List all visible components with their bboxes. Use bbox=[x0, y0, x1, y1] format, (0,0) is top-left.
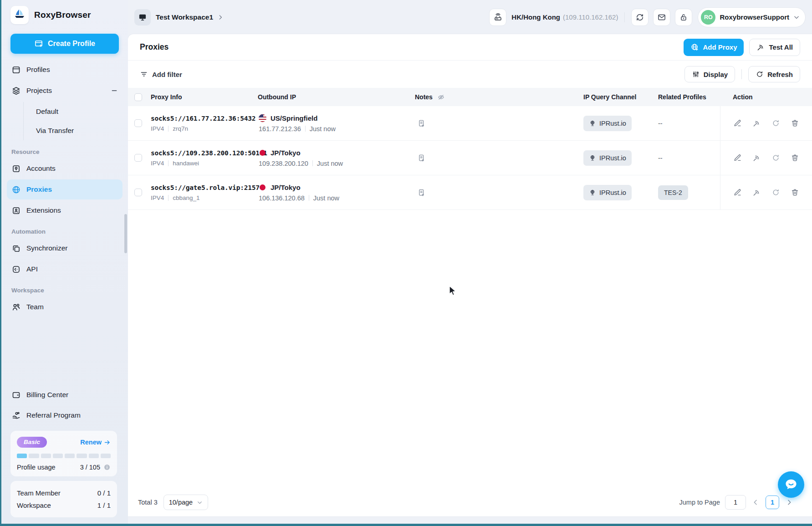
sidebar-item-label: Extensions bbox=[26, 206, 61, 214]
refresh-proxy-icon[interactable] bbox=[771, 188, 780, 197]
previous-page-button[interactable] bbox=[751, 498, 760, 507]
info-icon[interactable] bbox=[103, 464, 111, 471]
refresh-proxy-icon[interactable] bbox=[771, 119, 780, 128]
router-icon[interactable] bbox=[489, 9, 506, 26]
sidebar-item-projects[interactable]: Projects bbox=[7, 81, 123, 101]
sidebar-item-profiles[interactable]: Profiles bbox=[7, 60, 123, 80]
edit-icon[interactable] bbox=[733, 188, 742, 197]
group-label-workspace: Workspace bbox=[1, 287, 128, 294]
proxy-name: handawei bbox=[173, 160, 199, 167]
progress-segment bbox=[77, 454, 87, 458]
logo-row: RoxyBrowser bbox=[1, 0, 128, 24]
progress-segment bbox=[53, 454, 63, 458]
sidebar-item-referral-program[interactable]: Referral Program bbox=[7, 405, 123, 425]
refresh-button[interactable]: Refresh bbox=[748, 66, 800, 82]
ip-location: HK/Hong Kong bbox=[511, 13, 560, 21]
sidebar-item-via-transfer[interactable]: Via Transfer bbox=[24, 121, 128, 140]
group-label-resource: Resource bbox=[1, 148, 128, 155]
sidebar-item-accounts[interactable]: Accounts bbox=[7, 158, 123, 179]
create-profile-button[interactable]: Create Profile bbox=[10, 34, 119, 54]
row-checkbox[interactable] bbox=[134, 189, 142, 196]
proxy-address: socks5://161.77.212.36:5432 bbox=[151, 115, 258, 122]
next-page-button[interactable] bbox=[785, 498, 794, 507]
ip-query-channel-tag[interactable]: IPRust.io bbox=[583, 150, 632, 166]
ip-address: (109.110.162.162) bbox=[563, 13, 618, 21]
code-icon bbox=[11, 265, 21, 274]
page-1-button[interactable]: 1 bbox=[766, 495, 779, 509]
outbound-ip-value: 106.136.120.68 bbox=[259, 194, 305, 202]
sidebar-item-team[interactable]: Team bbox=[7, 297, 123, 317]
related-profile-value: -- bbox=[658, 154, 663, 162]
renew-link[interactable]: Renew bbox=[80, 439, 111, 446]
sidebar-item-api[interactable]: API bbox=[7, 259, 123, 279]
sidebar-scrollbar[interactable] bbox=[124, 214, 127, 253]
chat-support-button[interactable] bbox=[778, 471, 804, 498]
globe-icon bbox=[11, 185, 21, 194]
sidebar-item-synchronizer[interactable]: Synchronizer bbox=[7, 238, 123, 258]
user-name: RoxybrowserSupport bbox=[720, 13, 789, 21]
sidebar-item-default[interactable]: Default bbox=[24, 102, 128, 121]
last-checked-time: Just now bbox=[310, 125, 336, 133]
create-profile-label: Create Profile bbox=[48, 40, 95, 48]
ip-query-channel-tag[interactable]: IPRust.io bbox=[583, 185, 632, 200]
add-note-icon[interactable] bbox=[417, 119, 583, 128]
eye-off-icon[interactable] bbox=[437, 93, 445, 101]
refresh-label: Refresh bbox=[767, 71, 793, 78]
delete-icon[interactable] bbox=[791, 188, 799, 197]
row-checkbox[interactable] bbox=[134, 154, 142, 162]
add-proxy-button[interactable]: Add Proxy bbox=[684, 39, 744, 56]
sliders-icon bbox=[692, 70, 700, 78]
collapse-minus-icon[interactable] bbox=[111, 87, 118, 94]
add-note-icon[interactable] bbox=[417, 153, 583, 163]
chevron-right-icon bbox=[217, 14, 224, 20]
plan-badge: Basic bbox=[17, 437, 47, 448]
outbound-ip-value: 109.238.200.120 bbox=[259, 160, 308, 167]
topbar: Test Workspace1 HK/Hong Kong (109.110.16… bbox=[128, 0, 812, 34]
row-checkbox[interactable] bbox=[134, 119, 142, 127]
test-proxy-icon[interactable] bbox=[752, 153, 761, 162]
delete-icon[interactable] bbox=[791, 153, 799, 162]
edit-icon[interactable] bbox=[733, 119, 742, 128]
progress-segment bbox=[89, 454, 99, 458]
related-profile-value: TES-2 bbox=[658, 185, 688, 200]
column-header-action: Action bbox=[720, 93, 812, 101]
channel-name: IPRust.io bbox=[599, 120, 626, 127]
projects-subnav: Default Via Transfer bbox=[23, 102, 128, 140]
column-header-proxy-info: Proxy Info bbox=[151, 93, 258, 101]
quota-label: Team Member bbox=[17, 489, 61, 497]
divider bbox=[312, 160, 313, 166]
delete-icon[interactable] bbox=[791, 119, 799, 128]
progress-segment bbox=[101, 454, 111, 458]
user-menu[interactable]: RO RoxybrowserSupport bbox=[698, 7, 806, 27]
divider bbox=[309, 195, 309, 201]
test-proxy-icon[interactable] bbox=[752, 188, 761, 197]
lock-button[interactable] bbox=[675, 9, 692, 26]
add-filter-button[interactable]: Add filter bbox=[140, 70, 182, 78]
sidebar-item-proxies[interactable]: Proxies bbox=[7, 179, 123, 199]
page-size-select[interactable]: 10/page bbox=[163, 495, 208, 510]
jump-to-page-input[interactable] bbox=[725, 495, 746, 510]
team-icon bbox=[11, 302, 21, 312]
workspace-name: Test Workspace1 bbox=[156, 13, 213, 21]
sidebar-item-billing-center[interactable]: Billing Center bbox=[7, 385, 123, 405]
refresh-proxy-icon[interactable] bbox=[771, 153, 780, 162]
add-note-icon[interactable] bbox=[417, 188, 583, 197]
edit-icon[interactable] bbox=[733, 153, 742, 162]
avatar: RO bbox=[701, 10, 715, 25]
select-all-checkbox[interactable] bbox=[134, 93, 142, 101]
sidebar-item-label: API bbox=[26, 265, 38, 273]
table-row: socks5://gate5.rola.vip:2157 IPV4 cbbang… bbox=[128, 175, 812, 210]
progress-segment bbox=[65, 454, 75, 458]
test-proxy-icon[interactable] bbox=[752, 119, 761, 128]
proxy-name: zrq7n bbox=[173, 125, 188, 132]
workspace-selector[interactable]: Test Workspace1 bbox=[134, 9, 224, 26]
test-all-button[interactable]: Test All bbox=[749, 39, 800, 56]
sidebar-item-extensions[interactable]: Extensions bbox=[7, 200, 123, 220]
sidebar-item-label: Projects bbox=[26, 87, 52, 95]
total-count: Total 3 bbox=[138, 499, 158, 506]
profile-usage-value: 3 / 105 bbox=[80, 464, 100, 471]
ip-query-channel-tag[interactable]: IPRust.io bbox=[583, 116, 632, 131]
mail-button[interactable] bbox=[653, 9, 670, 26]
sync-button[interactable] bbox=[631, 9, 649, 26]
display-button[interactable]: Display bbox=[684, 66, 735, 82]
